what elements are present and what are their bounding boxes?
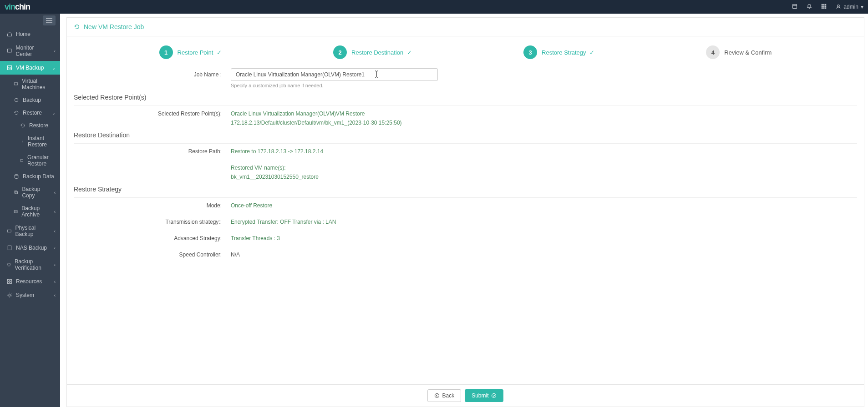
- job-name-label: Job Name :: [74, 71, 231, 78]
- check-circle-icon: [491, 393, 497, 398]
- chevron-icon: ‹: [54, 209, 56, 214]
- sidebar-subitem-granular-restore[interactable]: Granular Restore: [0, 151, 60, 170]
- sidebar-item-vm-backup[interactable]: VM VM Backup ⌄: [0, 61, 60, 75]
- chevron-icon: ‹: [54, 262, 56, 267]
- sidebar-subitem-virtual-machines[interactable]: Virtual Machines: [0, 75, 60, 94]
- logo: vinchin: [5, 2, 30, 12]
- chevron-icon: ⌄: [52, 111, 56, 116]
- job-name-input[interactable]: [231, 68, 438, 81]
- page-title: New VM Restore Job: [84, 23, 144, 30]
- svg-point-11: [838, 5, 840, 7]
- chevron-icon: ‹: [54, 229, 56, 234]
- sidebar-label: Restore: [29, 122, 48, 129]
- grid-icon[interactable]: [821, 4, 827, 10]
- speed-value: N/A: [231, 251, 240, 258]
- svg-rect-19: [14, 83, 18, 85]
- svg-rect-2: [822, 4, 823, 5]
- transmission-label: Transmission strategy::: [74, 219, 231, 225]
- restored-vm-label: Restored VM name(s):: [231, 165, 286, 171]
- check-icon: ✓: [407, 49, 412, 56]
- job-name-row: Job Name :: [74, 68, 857, 81]
- restored-vm-row: Restored VM name(s):: [74, 165, 857, 171]
- section-divider: [74, 106, 857, 106]
- svg-text:VM: VM: [8, 67, 12, 70]
- wizard-steps: 1 Restore Point ✓ 2 Restore Destination …: [67, 36, 864, 68]
- svg-point-39: [435, 394, 439, 398]
- svg-rect-25: [14, 211, 17, 213]
- section-title-restore-strategy: Restore Strategy: [74, 186, 857, 193]
- header-actions: admin ▾: [792, 4, 863, 10]
- svg-rect-6: [823, 5, 825, 7]
- step-review-confirm[interactable]: 4 Review & Confirm: [706, 45, 772, 59]
- user-menu[interactable]: admin ▾: [836, 4, 863, 10]
- step-restore-destination[interactable]: 2 Restore Destination ✓: [333, 45, 412, 59]
- arrow-left-icon: [434, 393, 440, 398]
- svg-rect-21: [21, 159, 23, 161]
- transmission-row: Transmission strategy:: Encrypted Transf…: [74, 219, 857, 225]
- sidebar-subitem-backup[interactable]: Backup: [0, 94, 60, 106]
- svg-rect-15: [7, 49, 11, 52]
- svg-rect-27: [7, 230, 11, 232]
- sidebar-item-monitor-center[interactable]: Monitor Center ‹: [0, 41, 60, 61]
- sidebar-item-resources[interactable]: Resources ‹: [0, 275, 60, 288]
- restore-path-row: Restore Path: Restore to 172.18.2.13 -> …: [74, 148, 857, 155]
- user-name: admin: [843, 4, 858, 10]
- step-label: Review & Confirm: [724, 49, 772, 56]
- sidebar-subitem-restore[interactable]: Restore ⌄: [0, 106, 60, 119]
- sidebar-subitem-restore-sub[interactable]: Restore: [0, 119, 60, 132]
- sidebar-subitem-backup-copy[interactable]: Backup Copy ‹: [0, 183, 60, 202]
- step-label: Restore Point ✓: [178, 49, 222, 56]
- sidebar-subitem-backup-data[interactable]: Backup Data: [0, 170, 60, 183]
- app-header: vinchin admin ▾: [0, 0, 868, 14]
- sidebar-subitem-instant-restore[interactable]: Instant Restore: [0, 132, 60, 151]
- sidebar-subitem-backup-archive[interactable]: Backup Archive ‹: [0, 202, 60, 221]
- advanced-row: Advanced Strategy: Transfer Threads : 3: [74, 235, 857, 241]
- step-restore-strategy[interactable]: 3 Restore Strategy ✓: [523, 45, 594, 59]
- svg-rect-5: [822, 5, 823, 7]
- submit-button-label: Submit: [472, 392, 488, 399]
- panel-icon[interactable]: [792, 4, 797, 10]
- page-panel: New VM Restore Job 1 Restore Point ✓ 2 R…: [66, 17, 864, 407]
- sidebar-item-home[interactable]: Home: [0, 27, 60, 41]
- sidebar-item-nas-backup[interactable]: NAS Backup ‹: [0, 241, 60, 255]
- sidebar-toggle-row: [0, 14, 60, 27]
- chevron-icon: ‹: [54, 279, 56, 284]
- sidebar-item-system[interactable]: System ‹: [0, 288, 60, 302]
- mode-row: Mode: Once-off Restore: [74, 202, 857, 209]
- footer-buttons: Back Submit: [67, 384, 864, 407]
- logo-part2: chin: [15, 2, 30, 11]
- sidebar-label: Restore: [23, 110, 42, 116]
- selected-points-value-1: Oracle Linux Virtualization Manager(OLVM…: [231, 111, 365, 117]
- mode-label: Mode:: [74, 202, 231, 209]
- back-button-label: Back: [442, 392, 454, 399]
- step-label: Restore Destination ✓: [351, 49, 412, 56]
- step-number: 1: [159, 45, 173, 59]
- sidebar-item-backup-verification[interactable]: Backup Verification ‹: [0, 255, 60, 275]
- sidebar-item-physical-backup[interactable]: Physical Backup ‹: [0, 221, 60, 241]
- sidebar-label: NAS Backup: [16, 245, 47, 251]
- sidebar-toggle-button[interactable]: [43, 15, 56, 25]
- advanced-value: Transfer Threads : 3: [231, 235, 280, 241]
- section-divider: [74, 197, 857, 198]
- sidebar: Home Monitor Center ‹ VM VM Backup ⌄ Vir…: [0, 14, 60, 407]
- svg-rect-28: [8, 246, 11, 250]
- svg-rect-9: [823, 7, 825, 9]
- svg-rect-23: [15, 191, 17, 193]
- chevron-down-icon: ▾: [861, 4, 863, 10]
- step-restore-point[interactable]: 1 Restore Point ✓: [159, 45, 222, 59]
- submit-button[interactable]: Submit: [465, 389, 503, 402]
- sidebar-label: Home: [16, 31, 30, 37]
- chevron-icon: ‹: [54, 49, 56, 54]
- sidebar-label: Granular Restore: [27, 154, 56, 167]
- sidebar-label: Backup Archive: [21, 205, 50, 218]
- svg-rect-32: [10, 282, 12, 284]
- svg-rect-3: [823, 4, 825, 5]
- section-title-restore-destination: Restore Destination: [74, 131, 857, 139]
- svg-rect-0: [793, 4, 797, 8]
- speed-row: Speed Controller: N/A: [74, 251, 857, 258]
- speed-label: Speed Controller:: [74, 251, 231, 258]
- step-number: 4: [706, 45, 720, 59]
- sidebar-label: Instant Restore: [28, 135, 56, 148]
- back-button[interactable]: Back: [427, 389, 461, 402]
- bell-icon[interactable]: [807, 4, 812, 10]
